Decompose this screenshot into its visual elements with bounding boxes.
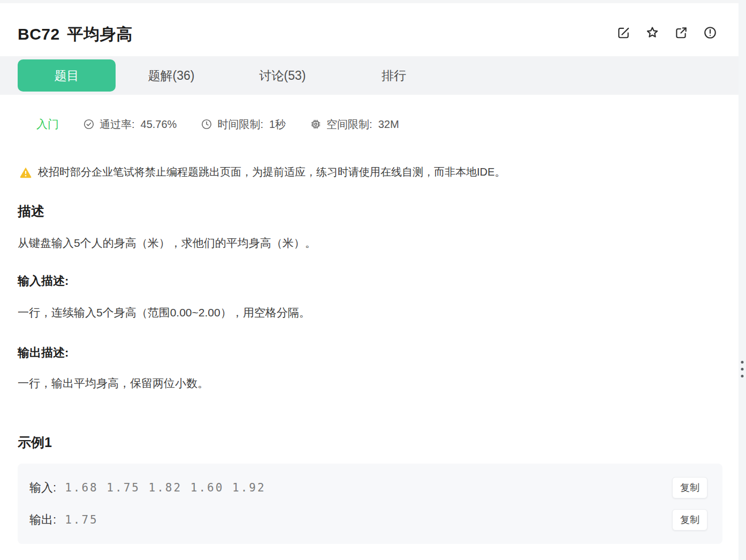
pass-rate-value: 45.76% bbox=[141, 118, 177, 131]
output-desc-body: 一行，输出平均身高，保留两位小数。 bbox=[18, 376, 209, 391]
warning-text: 校招时部分企业笔试将禁止编程题跳出页面，为提前适应，练习时请使用在线自测，而非本… bbox=[38, 165, 505, 179]
top-divider bbox=[0, 0, 746, 3]
tab-solutions[interactable]: 题解(36) bbox=[116, 67, 227, 84]
warning-triangle-icon bbox=[19, 166, 32, 179]
problem-page: BC72 平均身高 题目 题解(36) 讨论(53) 排行 入门 通过率: 45… bbox=[0, 0, 746, 560]
example-input-value: 1.68 1.75 1.82 1.60 1.92 bbox=[65, 481, 265, 494]
warning-banner: 校招时部分企业笔试将禁止编程题跳出页面，为提前适应，练习时请使用在线自测，而非本… bbox=[19, 165, 505, 179]
memory-limit-label: 空间限制: bbox=[326, 117, 372, 132]
example-output-row: 输出: 1.75 复制 bbox=[29, 509, 707, 531]
example-input-row: 输入: 1.68 1.75 1.82 1.60 1.92 复制 bbox=[29, 477, 707, 498]
edit-icon[interactable] bbox=[616, 26, 630, 40]
right-panel-strip bbox=[739, 0, 746, 560]
difficulty-badge: 入门 bbox=[36, 117, 59, 132]
time-limit-label: 时间限制: bbox=[217, 117, 263, 132]
pass-rate-stat: 通过率: 45.76% bbox=[83, 117, 177, 132]
header-actions bbox=[616, 26, 717, 40]
time-limit-value: 1秒 bbox=[269, 117, 286, 132]
tab-question[interactable]: 题目 bbox=[18, 59, 116, 92]
example-box: 输入: 1.68 1.75 1.82 1.60 1.92 复制 输出: 1.75… bbox=[18, 464, 722, 544]
pass-rate-label: 通过率: bbox=[100, 117, 135, 132]
page-title: BC72 平均身高 bbox=[18, 24, 133, 46]
copy-input-button[interactable]: 复制 bbox=[672, 477, 707, 498]
problem-id: BC72 bbox=[18, 25, 60, 43]
star-icon[interactable] bbox=[645, 26, 659, 40]
example-heading: 示例1 bbox=[18, 434, 52, 451]
chip-icon bbox=[310, 118, 322, 130]
panel-resize-handle[interactable] bbox=[740, 360, 745, 379]
share-icon[interactable] bbox=[674, 26, 688, 40]
example-input-label: 输入: bbox=[29, 480, 56, 496]
memory-limit-stat: 空间限制: 32M bbox=[310, 117, 399, 132]
tab-ranking[interactable]: 排行 bbox=[338, 67, 450, 84]
clock-icon bbox=[201, 118, 212, 130]
memory-limit-value: 32M bbox=[378, 118, 399, 131]
example-output-value: 1.75 bbox=[65, 513, 98, 526]
input-desc-heading: 输入描述: bbox=[18, 273, 68, 289]
tab-discussion[interactable]: 讨论(53) bbox=[227, 67, 338, 84]
input-desc-body: 一行，连续输入5个身高（范围0.00~2.00），用空格分隔。 bbox=[18, 305, 310, 320]
time-limit-stat: 时间限制: 1秒 bbox=[201, 117, 286, 132]
copy-output-button[interactable]: 复制 bbox=[672, 509, 707, 531]
description-heading: 描述 bbox=[18, 202, 44, 220]
meta-row: 入门 通过率: 45.76% 时间限制: 1秒 空间限制: 32M bbox=[36, 117, 399, 132]
output-desc-heading: 输出描述: bbox=[18, 345, 68, 361]
description-body: 从键盘输入5个人的身高（米），求他们的平均身高（米）。 bbox=[18, 236, 316, 251]
problem-name: 平均身高 bbox=[67, 24, 133, 46]
example-output-label: 输出: bbox=[29, 512, 56, 528]
check-circle-icon bbox=[83, 118, 95, 130]
report-icon[interactable] bbox=[703, 26, 717, 40]
tab-bar: 题目 题解(36) 讨论(53) 排行 bbox=[0, 56, 746, 95]
